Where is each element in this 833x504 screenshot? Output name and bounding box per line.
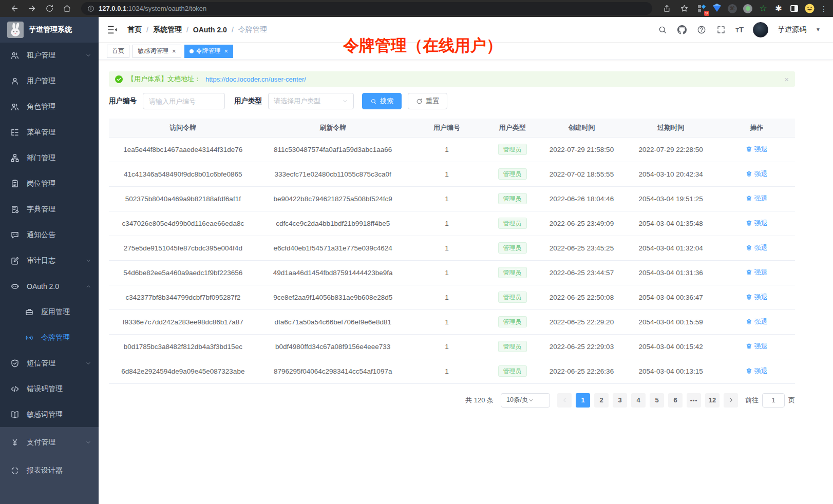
user-type-cell: 管理员 [485,162,540,186]
search-button[interactable]: 搜索 [362,93,402,109]
page-button-4[interactable]: 4 [631,393,646,408]
fullscreen-icon[interactable] [716,25,726,35]
sidebar-item-notice[interactable]: 通知公告 [0,222,99,248]
force-logout-button[interactable]: 强退 [746,366,768,376]
force-logout-button[interactable]: 强退 [746,194,768,203]
table-row: b0d1785bc3a8482f812db4a3f3bd15ec b0df498… [109,334,795,359]
refresh-token-cell: dfa6c71a50a54c66bef706ef9e6e8d81 [257,309,409,334]
trash-icon [746,170,752,177]
sidebar-item-tenant[interactable]: 租户管理 [0,43,99,68]
refresh-token-cell: 8796295f04064c2983414cc54af1097a [257,359,409,383]
extension-green-star-icon[interactable]: ☆ [758,4,768,14]
refresh-token-cell: be90422b8c7946218275a508bf524fc9 [257,186,409,211]
github-icon[interactable] [677,25,687,35]
refresh-token-cell: 49d1aa46d1454fbd87591444423be9fa [257,260,409,285]
address-bar[interactable]: 127.0.0.1:1024/system/oauth2/token [81,2,652,15]
breadcrumb-oauth[interactable]: OAuth 2.0 [193,26,227,34]
browser-menu-icon[interactable]: ⋮ [820,5,828,13]
tab-home[interactable]: 首页 [107,45,129,58]
sidebar-item-errcode[interactable]: 错误码管理 [0,376,99,402]
sidebar-item-dept[interactable]: 部门管理 [0,145,99,171]
sidebar-item-oauth[interactable]: OAuth 2.0 [0,274,99,299]
user-type-badge: 管理员 [498,218,527,229]
column-header: 过期时间 [623,119,718,137]
home-icon[interactable] [60,2,74,16]
column-header: 创建时间 [540,119,623,137]
doc-link[interactable]: https://doc.iocoder.cn/user-center/ [205,75,306,83]
extension-grid-icon[interactable]: 9 [696,4,707,14]
user-type-select[interactable]: 请选择用户类型 [268,93,354,109]
force-logout-button[interactable]: 强退 [746,145,768,154]
close-icon[interactable]: × [224,48,229,54]
oauth-icon [10,282,20,291]
user-type-placeholder: 请选择用户类型 [274,96,342,106]
back-icon[interactable] [7,2,22,16]
user-type-badge: 管理员 [498,242,527,254]
force-logout-button[interactable]: 强退 [746,268,768,277]
sidebar-item-report[interactable]: 报表设计器 [0,456,99,484]
help-icon[interactable] [696,25,707,35]
created-time-cell: 2022-06-25 22:29:20 [540,309,623,334]
chevron-down-icon[interactable]: ▼ [816,27,821,32]
goto-page-input[interactable] [762,393,785,408]
breadcrumb-system[interactable]: 系统管理 [153,25,182,34]
sidebar-item-app[interactable]: 应用管理 [0,299,99,325]
forward-icon[interactable] [25,2,39,16]
sidebar-item-user[interactable]: 用户管理 [0,68,99,94]
profile-avatar[interactable] [804,4,815,14]
force-logout-button[interactable]: 强退 [746,243,768,253]
app-logo [7,22,24,38]
force-logout-button[interactable]: 强退 [746,169,768,179]
force-logout-button[interactable]: 强退 [746,219,768,228]
page-size-select[interactable]: 10条/页 [501,393,550,408]
sidebar-item-audit[interactable]: 审计日志 [0,248,99,274]
sidebar-item-role[interactable]: 角色管理 [0,94,99,120]
page-button-3[interactable]: 3 [613,393,627,408]
sidebar-item-pay[interactable]: 支付管理 [0,428,99,456]
breadcrumb-home[interactable]: 首页 [127,25,142,34]
search-icon[interactable] [657,25,668,35]
sidebar-item-menu[interactable]: 菜单管理 [0,120,99,145]
next-page-button[interactable] [724,393,738,408]
sidebar-item-dict[interactable]: 字典管理 [0,197,99,222]
side-panel-icon[interactable] [789,4,799,14]
access-token-cell: 1ea5e44f8bc1467aaede43144f31de76 [109,137,257,162]
reload-icon[interactable] [42,2,56,16]
app-logo-row[interactable]: 芋道管理系统 [0,17,99,43]
force-logout-button[interactable]: 强退 [746,342,768,351]
close-icon[interactable]: × [172,48,176,54]
page-info-icon[interactable] [87,5,94,12]
tab-sensitive[interactable]: 敏感词管理 × [132,45,181,58]
page-button-6[interactable]: 6 [668,393,683,408]
font-size-icon[interactable]: TT [735,25,744,34]
sidebar-item-token[interactable]: 令牌管理 [0,325,99,351]
tab-label: 敏感词管理 [138,47,168,55]
user-type-cell: 管理员 [485,359,540,383]
page-button-1[interactable]: 1 [576,393,590,408]
page-button-12[interactable]: 12 [705,393,720,408]
sidebar-item-post[interactable]: 岗位管理 [0,171,99,197]
prev-page-button[interactable] [557,393,572,408]
user-avatar[interactable] [753,22,768,37]
page-button-5[interactable]: 5 [650,393,664,408]
page-button-2[interactable]: 2 [594,393,609,408]
alert-close-icon[interactable]: × [784,75,789,84]
user-id-input[interactable] [143,93,225,109]
sidebar-collapse-button[interactable] [107,24,118,35]
extension-record-icon[interactable] [743,4,753,14]
share-icon[interactable] [659,2,674,16]
username[interactable]: 芋道源码 [778,25,806,34]
extension-gem-icon[interactable] [712,4,722,14]
bookmark-star-icon[interactable] [677,2,691,16]
sidebar-item-sms[interactable]: 短信管理 [0,351,99,376]
access-token-cell: 41c41346a548490f9dc8b01c6bfe0865 [109,162,257,186]
page-more-button[interactable]: ••• [687,393,701,408]
reset-button[interactable]: 重置 [408,93,447,109]
chevron-down-icon [85,360,91,366]
extension-dark-circle-icon[interactable]: ⌘ [727,4,737,14]
extension-white-star-icon[interactable]: ✱ [773,4,784,14]
force-logout-button[interactable]: 强退 [746,293,768,302]
tab-token[interactable]: 令牌管理 × [184,45,234,58]
sidebar-item-sensitive[interactable]: 敏感词管理 [0,402,99,427]
force-logout-button[interactable]: 强退 [746,317,768,326]
